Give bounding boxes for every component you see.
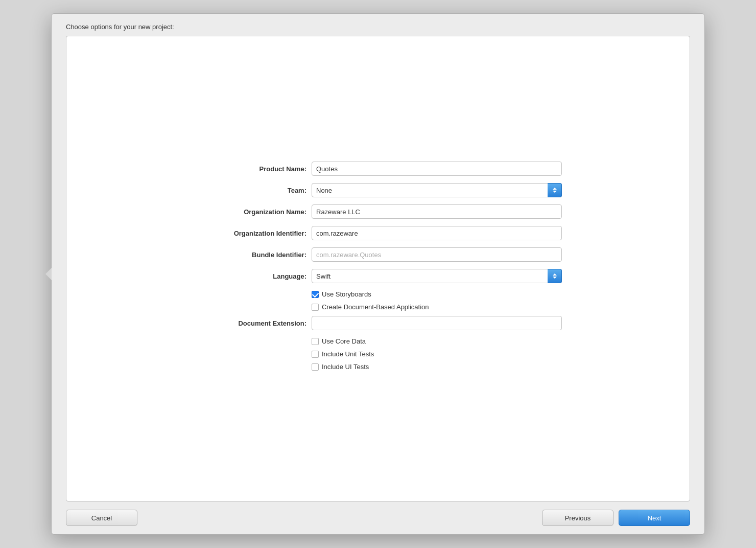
language-field: Swift Objective-C — [312, 269, 562, 283]
use-storyboards-checkbox[interactable] — [312, 291, 319, 298]
include-ui-tests-row: Include UI Tests — [194, 363, 562, 371]
team-select[interactable]: None Add Account... — [312, 183, 562, 197]
dialog-header: Choose options for your new project: — [52, 14, 704, 36]
org-id-row: Organization Identifier: — [194, 226, 562, 240]
language-row: Language: Swift Objective-C — [194, 269, 562, 283]
product-name-field — [312, 162, 562, 176]
team-row: Team: None Add Account... — [194, 183, 562, 197]
use-storyboards-field: Use Storyboards — [312, 290, 371, 298]
include-unit-tests-field: Include Unit Tests — [312, 350, 374, 358]
include-unit-tests-row: Include Unit Tests — [194, 350, 562, 358]
dialog-content: Product Name: Team: None Add Account... — [66, 36, 690, 501]
next-button[interactable]: Next — [619, 510, 690, 526]
language-select[interactable]: Swift Objective-C — [312, 269, 562, 283]
nav-buttons: Previous Next — [542, 510, 690, 526]
doc-ext-row: Document Extension: — [194, 316, 562, 330]
team-field: None Add Account... — [312, 183, 562, 197]
language-label: Language: — [194, 272, 312, 280]
team-label: Team: — [194, 187, 312, 194]
dialog-footer: Cancel Previous Next — [52, 501, 704, 534]
bundle-id-field — [312, 247, 562, 262]
use-core-data-row: Use Core Data — [194, 337, 562, 345]
bundle-id-row: Bundle Identifier: — [194, 247, 562, 262]
include-unit-tests-label: Include Unit Tests — [322, 350, 374, 358]
language-select-wrapper: Swift Objective-C — [312, 269, 562, 283]
doc-ext-input[interactable] — [312, 316, 562, 330]
use-storyboards-label: Use Storyboards — [322, 290, 371, 298]
product-name-label: Product Name: — [194, 165, 312, 173]
product-name-input[interactable] — [312, 162, 562, 176]
doc-ext-field — [312, 316, 562, 330]
bundle-id-input — [312, 247, 562, 262]
form-container: Product Name: Team: None Add Account... — [66, 131, 690, 406]
create-doc-label: Create Document-Based Application — [322, 303, 429, 311]
create-doc-checkbox[interactable] — [312, 304, 319, 311]
use-storyboards-row: Use Storyboards — [194, 290, 562, 298]
product-name-row: Product Name: — [194, 162, 562, 176]
include-ui-tests-field: Include UI Tests — [312, 363, 369, 371]
dialog-arrow — [45, 268, 52, 280]
org-id-label: Organization Identifier: — [194, 230, 312, 237]
create-doc-row: Create Document-Based Application — [194, 303, 562, 311]
header-text: Choose options for your new project: — [66, 23, 174, 31]
doc-ext-label: Document Extension: — [194, 319, 312, 327]
new-project-dialog: Choose options for your new project: Pro… — [51, 13, 705, 535]
cancel-button[interactable]: Cancel — [66, 510, 137, 526]
org-name-field — [312, 204, 562, 219]
org-name-input[interactable] — [312, 204, 562, 219]
include-ui-tests-checkbox[interactable] — [312, 363, 319, 371]
team-select-wrapper: None Add Account... — [312, 183, 562, 197]
use-core-data-checkbox[interactable] — [312, 338, 319, 345]
use-core-data-field: Use Core Data — [312, 337, 366, 345]
bundle-id-label: Bundle Identifier: — [194, 251, 312, 259]
previous-button[interactable]: Previous — [542, 510, 613, 526]
org-name-label: Organization Name: — [194, 208, 312, 216]
org-id-input[interactable] — [312, 226, 562, 240]
use-core-data-label: Use Core Data — [322, 337, 366, 345]
include-unit-tests-checkbox[interactable] — [312, 351, 319, 358]
create-doc-field: Create Document-Based Application — [312, 303, 429, 311]
include-ui-tests-label: Include UI Tests — [322, 363, 369, 371]
org-id-field — [312, 226, 562, 240]
org-name-row: Organization Name: — [194, 204, 562, 219]
